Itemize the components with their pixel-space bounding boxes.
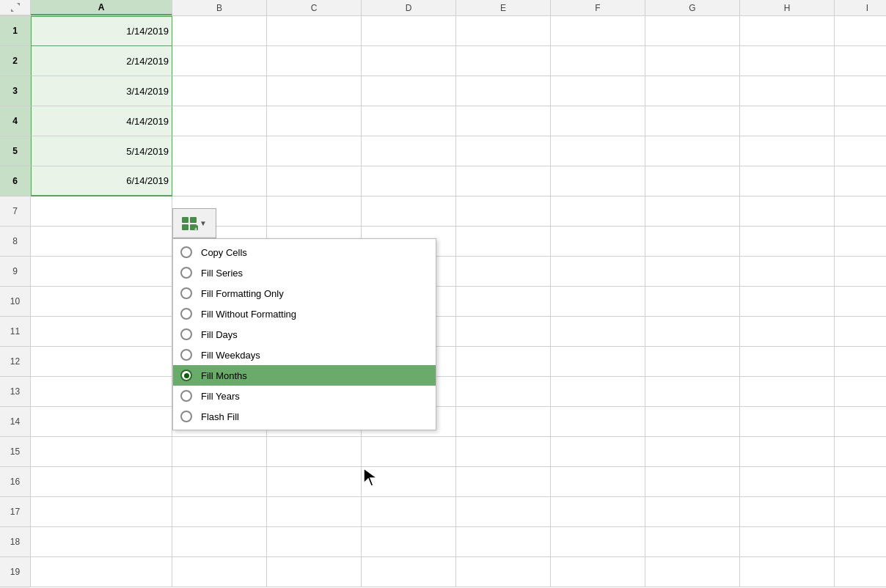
cell-g12[interactable]	[645, 347, 740, 377]
cell-g14[interactable]	[645, 407, 740, 437]
cell-d4[interactable]	[362, 106, 456, 136]
cell-g9[interactable]	[645, 257, 740, 287]
cell-i15[interactable]	[835, 437, 886, 467]
cell-i10[interactable]	[835, 287, 886, 317]
cell-d15[interactable]	[362, 437, 456, 467]
cell-g11[interactable]	[645, 317, 740, 347]
cell-a5[interactable]: 5/14/2019	[31, 136, 172, 166]
cell-h4[interactable]	[740, 106, 835, 136]
cell-b18[interactable]	[172, 527, 267, 557]
cell-f6[interactable]	[551, 166, 645, 196]
cell-i19[interactable]	[835, 557, 886, 587]
cell-i5[interactable]	[835, 136, 886, 166]
col-header-h[interactable]: H	[740, 0, 835, 15]
cell-g8[interactable]	[645, 227, 740, 257]
cell-a9[interactable]	[31, 257, 172, 287]
cell-d3[interactable]	[362, 76, 456, 106]
cell-f13[interactable]	[551, 377, 645, 407]
cell-g7[interactable]	[645, 196, 740, 227]
cell-a17[interactable]	[31, 497, 172, 527]
cell-h13[interactable]	[740, 377, 835, 407]
cell-c1[interactable]	[267, 16, 362, 46]
cell-d19[interactable]	[362, 557, 456, 587]
menu-item-copy-cells[interactable]: Copy Cells	[173, 242, 436, 262]
cell-h14[interactable]	[740, 407, 835, 437]
cell-e1[interactable]	[456, 16, 551, 46]
cell-h10[interactable]	[740, 287, 835, 317]
cell-e9[interactable]	[456, 257, 551, 287]
cell-f5[interactable]	[551, 136, 645, 166]
cell-f9[interactable]	[551, 257, 645, 287]
cell-h19[interactable]	[740, 557, 835, 587]
cell-d17[interactable]	[362, 497, 456, 527]
cell-c15[interactable]	[267, 437, 362, 467]
cell-d5[interactable]	[362, 136, 456, 166]
cell-h15[interactable]	[740, 437, 835, 467]
menu-item-fill-series[interactable]: Fill Series	[173, 262, 436, 283]
cell-c16[interactable]	[267, 467, 362, 497]
cell-b19[interactable]	[172, 557, 267, 587]
cell-c5[interactable]	[267, 136, 362, 166]
menu-item-flash-fill[interactable]: Flash Fill	[173, 406, 436, 427]
cell-c17[interactable]	[267, 497, 362, 527]
cell-e7[interactable]	[456, 196, 551, 227]
cell-a18[interactable]	[31, 527, 172, 557]
cell-i1[interactable]	[835, 16, 886, 46]
cell-e2[interactable]	[456, 46, 551, 76]
col-header-a[interactable]: A	[31, 0, 172, 15]
cell-d2[interactable]	[362, 46, 456, 76]
cell-d7[interactable]	[362, 196, 456, 227]
cell-f4[interactable]	[551, 106, 645, 136]
cell-b6[interactable]	[172, 166, 267, 196]
cell-g19[interactable]	[645, 557, 740, 587]
col-header-c[interactable]: C	[267, 0, 362, 15]
menu-item-fill-without-formatting[interactable]: Fill Without Formatting	[173, 304, 436, 324]
cell-e3[interactable]	[456, 76, 551, 106]
cell-c18[interactable]	[267, 527, 362, 557]
cell-i17[interactable]	[835, 497, 886, 527]
cell-h12[interactable]	[740, 347, 835, 377]
cell-g10[interactable]	[645, 287, 740, 317]
cell-f16[interactable]	[551, 467, 645, 497]
cell-e13[interactable]	[456, 377, 551, 407]
col-header-g[interactable]: G	[645, 0, 740, 15]
cell-g5[interactable]	[645, 136, 740, 166]
cell-e10[interactable]	[456, 287, 551, 317]
cell-i9[interactable]	[835, 257, 886, 287]
cell-i13[interactable]	[835, 377, 886, 407]
cell-g6[interactable]	[645, 166, 740, 196]
cell-g16[interactable]	[645, 467, 740, 497]
menu-item-fill-months[interactable]: Fill Months	[173, 365, 436, 386]
cell-h7[interactable]	[740, 196, 835, 227]
cell-e8[interactable]	[456, 227, 551, 257]
cell-i3[interactable]	[835, 76, 886, 106]
cell-i11[interactable]	[835, 317, 886, 347]
cell-i14[interactable]	[835, 407, 886, 437]
cell-a4[interactable]: 4/14/2019	[31, 106, 172, 136]
cell-c3[interactable]	[267, 76, 362, 106]
cell-d6[interactable]	[362, 166, 456, 196]
cell-d16[interactable]	[362, 467, 456, 497]
cell-a16[interactable]	[31, 467, 172, 497]
cell-i4[interactable]	[835, 106, 886, 136]
cell-c4[interactable]	[267, 106, 362, 136]
cell-f11[interactable]	[551, 317, 645, 347]
cell-e15[interactable]	[456, 437, 551, 467]
cell-i7[interactable]	[835, 196, 886, 227]
cell-e19[interactable]	[456, 557, 551, 587]
cell-a7[interactable]	[31, 196, 172, 227]
col-header-f[interactable]: F	[551, 0, 645, 15]
cell-g1[interactable]	[645, 16, 740, 46]
cell-b5[interactable]	[172, 136, 267, 166]
cell-e12[interactable]	[456, 347, 551, 377]
cell-e4[interactable]	[456, 106, 551, 136]
cell-b17[interactable]	[172, 497, 267, 527]
cell-e14[interactable]	[456, 407, 551, 437]
cell-b1[interactable]	[172, 16, 267, 46]
cell-f10[interactable]	[551, 287, 645, 317]
cell-e16[interactable]	[456, 467, 551, 497]
cell-a8[interactable]	[31, 227, 172, 257]
cell-f3[interactable]	[551, 76, 645, 106]
menu-item-fill-years[interactable]: Fill Years	[173, 386, 436, 406]
cell-c7[interactable]	[267, 196, 362, 227]
